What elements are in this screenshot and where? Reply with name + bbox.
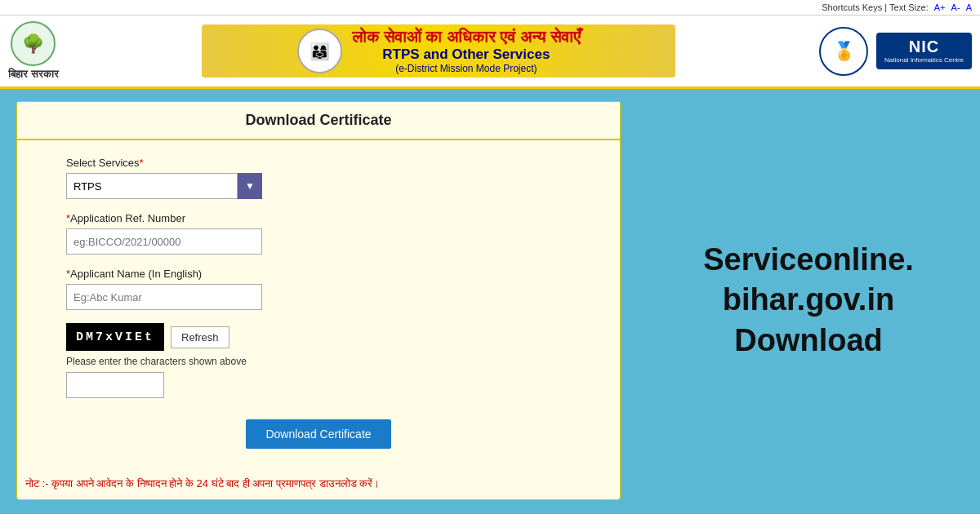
captcha-group: DM7xVIEt Refresh Please enter the charac…: [66, 323, 571, 398]
captcha-hint-text: Please enter the characters shown above: [66, 356, 571, 367]
form-title: Download Certificate: [33, 112, 604, 129]
select-arrow-icon[interactable]: ▼: [238, 173, 262, 199]
info-text-block: Serviceonline. bihar.gov.in Download: [703, 240, 914, 361]
shortcuts-label: Shortcuts Keys |: [822, 2, 887, 12]
header-left-logo: 🌳 बिहार सरकार: [8, 21, 59, 81]
nic-sub-text: National Informatics Centre: [884, 56, 964, 64]
applicant-name-label: *Applicant Name (In English): [66, 268, 571, 280]
captcha-row: DM7xVIEt Refresh: [66, 323, 571, 351]
select-services-wrapper: RTPS ▼: [66, 173, 262, 199]
nic-main-text: NIC: [884, 38, 964, 56]
form-card-body: Select Services* RTPS ▼ *Application Ref…: [17, 140, 620, 465]
info-line1: Serviceonline.: [703, 240, 914, 280]
info-panel: Serviceonline. bihar.gov.in Download: [637, 89, 980, 512]
captcha-image: DM7xVIEt: [66, 323, 164, 351]
text-size-label: Text Size:: [889, 2, 929, 12]
top-bar: Shortcuts Keys | Text Size: A+ A- A: [0, 0, 980, 16]
banner-hindi-text: लोक सेवाओं का अधिकार एवं अन्य सेवाएँ: [352, 28, 580, 47]
tree-icon: 🌳: [22, 33, 44, 55]
form-card-header: Download Certificate: [17, 102, 620, 140]
select-services-group: Select Services* RTPS ▼: [66, 157, 571, 199]
Bihar-logo-badge: 🏅: [819, 27, 868, 76]
bihar-sarkar-label: बिहार सरकार: [8, 68, 59, 81]
info-line3: Download: [703, 321, 914, 361]
app-ref-input[interactable]: [66, 228, 262, 255]
info-line2: bihar.gov.in: [703, 280, 914, 320]
state-emblem: 🌳: [11, 21, 56, 66]
header-center-banner: 👨‍👩‍👧 लोक सेवाओं का अधिकार एवं अन्य सेवा…: [67, 24, 811, 78]
text-size-aminus[interactable]: A-: [951, 2, 960, 12]
refresh-button[interactable]: Refresh: [171, 326, 229, 348]
select-services-label: Select Services*: [66, 157, 571, 169]
form-card: Download Certificate Select Services* RT…: [16, 101, 621, 500]
banner-english-text: RTPS and Other Services: [352, 47, 580, 63]
banner-top: 👨‍👩‍👧 लोक सेवाओं का अधिकार एवं अन्य सेवा…: [202, 24, 675, 78]
nic-logo: NIC National Informatics Centre: [876, 33, 972, 69]
download-certificate-button[interactable]: Download Certificate: [246, 419, 390, 449]
applicant-name-input[interactable]: [66, 284, 262, 310]
text-size-aplus[interactable]: A+: [934, 2, 946, 12]
header: 🌳 बिहार सरकार 👨‍👩‍👧 लोक सेवाओं का अधिकार…: [0, 16, 980, 89]
main-layout: Download Certificate Select Services* RT…: [0, 89, 980, 512]
applicant-name-group: *Applicant Name (In English): [66, 268, 571, 310]
select-services-dropdown[interactable]: RTPS: [66, 173, 238, 199]
form-area: Download Certificate Select Services* RT…: [0, 89, 637, 512]
banner-sub-text: (e-District Mission Mode Project): [352, 63, 580, 74]
note-text: नोट :- कृपया अपने आवेदन के निष्पादन होने…: [17, 476, 620, 499]
app-ref-group: *Application Ref. Number: [66, 212, 571, 255]
text-size-a[interactable]: A: [966, 2, 972, 12]
banner-text: लोक सेवाओं का अधिकार एवं अन्य सेवाएँ RTP…: [352, 28, 580, 74]
captcha-input[interactable]: [66, 372, 164, 398]
rtps-logo: 👨‍👩‍👧: [297, 29, 342, 73]
download-btn-wrapper: Download Certificate: [66, 411, 571, 449]
app-ref-label: *Application Ref. Number: [66, 212, 571, 224]
header-right-logos: 🏅 NIC National Informatics Centre: [819, 27, 972, 76]
